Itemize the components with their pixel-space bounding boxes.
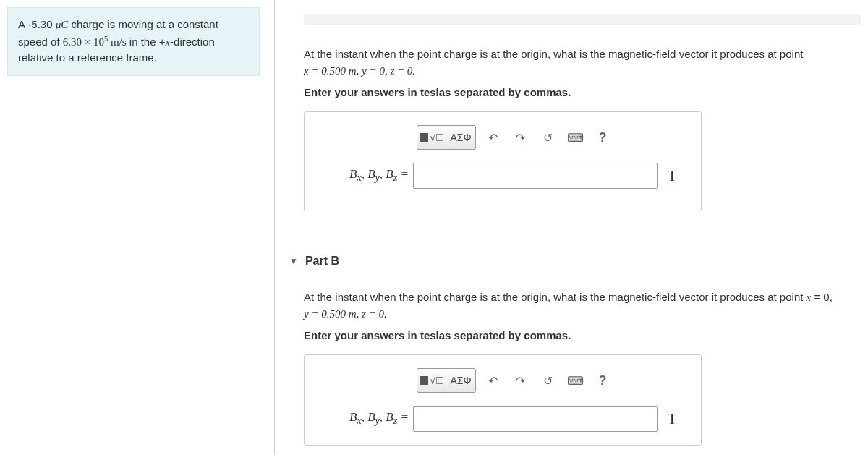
- part-a-instruction: Enter your answers in teslas separated b…: [304, 86, 861, 98]
- speed-coeff: 6.30 × 10: [63, 36, 104, 48]
- greek-symbols-button[interactable]: ΑΣΦ: [446, 126, 475, 149]
- rect-icon: [420, 376, 428, 385]
- reset-button[interactable]: ↺: [537, 126, 558, 149]
- part-a-answer-box: √ ΑΣΦ ↶ ↷ ↺ ⌨ ? Bx, By, Bz = T: [304, 111, 702, 211]
- redo-button[interactable]: ↷: [509, 369, 531, 392]
- text: At the instant when the point charge is …: [304, 48, 803, 60]
- text: At the instant when the point charge is …: [304, 291, 807, 303]
- undo-button[interactable]: ↶: [482, 369, 503, 392]
- mu-c: μC: [56, 19, 69, 30]
- part-a-vector-label: Bx, By, Bz =: [319, 167, 413, 184]
- part-a-prompt: At the instant when the point charge is …: [304, 46, 861, 79]
- part-b-instruction: Enter your answers in teslas separated b…: [304, 329, 861, 341]
- part-b-prompt: At the instant when the point charge is …: [304, 289, 861, 322]
- part-b-vector-label: Bx, By, Bz =: [319, 410, 413, 427]
- part-a-unit: T: [658, 168, 686, 184]
- template-picker-button[interactable]: √: [417, 126, 446, 149]
- part-b-answer-input[interactable]: [413, 406, 658, 432]
- undo-button[interactable]: ↶: [482, 126, 503, 149]
- coords: x = 0.500 m, y = 0, z = 0.: [304, 65, 415, 77]
- xvar: x: [807, 292, 812, 303]
- part-a-toolbar: √ ΑΣΦ ↶ ↷ ↺ ⌨ ?: [417, 125, 686, 150]
- keyboard-button[interactable]: ⌨: [564, 369, 586, 392]
- coords: y = 0.500 m, z = 0.: [304, 308, 387, 320]
- redo-button[interactable]: ↷: [509, 126, 531, 149]
- format-group: √ ΑΣΦ: [417, 368, 476, 393]
- part-b-answer-box: √ ΑΣΦ ↶ ↷ ↺ ⌨ ? Bx, By, Bz = T: [304, 354, 702, 446]
- answer-column: At the instant when the point charge is …: [275, 0, 868, 455]
- help-button[interactable]: ?: [592, 126, 613, 149]
- text: A -5.30: [18, 18, 56, 30]
- part-b-input-row: Bx, By, Bz = T: [319, 406, 686, 432]
- part-a: At the instant when the point charge is …: [304, 46, 861, 211]
- sqrt-icon: √: [430, 375, 443, 387]
- chevron-down-icon: ▼: [289, 256, 298, 266]
- problem-statement-column: A -5.30 μC charge is moving at a constan…: [0, 0, 275, 455]
- rect-icon: [420, 133, 428, 142]
- part-b-unit: T: [658, 411, 686, 428]
- greek-symbols-button[interactable]: ΑΣΦ: [446, 369, 475, 392]
- format-group: √ ΑΣΦ: [417, 125, 476, 150]
- part-b: At the instant when the point charge is …: [304, 289, 861, 446]
- part-a-answer-input[interactable]: [413, 163, 658, 189]
- sqrt-icon: √: [430, 132, 443, 144]
- speed-units: m/s: [108, 36, 126, 48]
- problem-statement: A -5.30 μC charge is moving at a constan…: [7, 7, 260, 76]
- part-a-header-bar: [304, 14, 861, 25]
- keyboard-button[interactable]: ⌨: [564, 126, 586, 149]
- part-b-toolbar: √ ΑΣΦ ↶ ↷ ↺ ⌨ ?: [417, 368, 686, 393]
- template-picker-button[interactable]: √: [417, 369, 446, 392]
- reset-button[interactable]: ↺: [537, 369, 558, 392]
- text: in the +: [127, 35, 166, 48]
- part-b-title: Part B: [305, 255, 339, 268]
- help-button[interactable]: ?: [592, 369, 613, 392]
- part-b-header[interactable]: ▼ Part B: [289, 255, 861, 268]
- part-a-input-row: Bx, By, Bz = T: [319, 163, 686, 189]
